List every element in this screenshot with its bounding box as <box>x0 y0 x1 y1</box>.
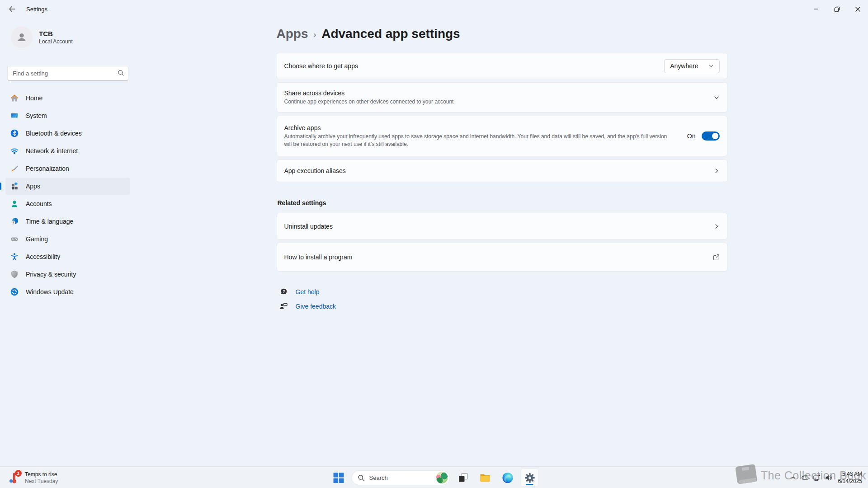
sidebar-item-label: Accounts <box>26 200 52 207</box>
sidebar-item-personalization[interactable]: Personalization <box>5 160 130 177</box>
clock[interactable]: 5:43 AM 6/14/2025 <box>838 470 862 485</box>
row-label: How to install a program <box>284 253 695 261</box>
sidebar-item-windows-update[interactable]: Windows Update <box>5 283 130 300</box>
give-feedback-icon <box>279 302 288 310</box>
row-how-to-install-a-program[interactable]: How to install a program <box>277 243 727 272</box>
volume-button[interactable] <box>823 471 835 484</box>
sidebar-item-label: System <box>26 112 47 119</box>
accounts-icon <box>10 200 19 208</box>
taskbar-search-placeholder: Search <box>369 474 432 481</box>
task-view-button[interactable] <box>454 469 472 487</box>
row-label: App execution aliases <box>284 167 695 174</box>
sidebar-item-accounts[interactable]: Accounts <box>5 195 130 212</box>
row-share-across-devices[interactable]: Share across devices Continue app experi… <box>277 82 727 113</box>
sidebar-nav: Home System Bluetooth & devices Network … <box>0 89 136 300</box>
sidebar-item-time-language[interactable]: Time & language <box>5 213 130 230</box>
tray-time: 5:43 AM <box>838 470 862 478</box>
sidebar-item-home[interactable]: Home <box>5 89 130 107</box>
avatar <box>11 26 33 48</box>
back-button[interactable] <box>4 2 21 16</box>
settings-app-button[interactable] <box>521 469 539 487</box>
cloud-icon <box>801 474 809 482</box>
account-section[interactable]: TCB Local Account <box>11 26 136 48</box>
apps-icon <box>10 182 19 190</box>
sidebar-item-label: Gaming <box>26 235 48 243</box>
breadcrumb-apps[interactable]: Apps <box>277 27 308 41</box>
get-help-row[interactable]: ? Get help <box>279 286 727 297</box>
get-apps-dropdown[interactable]: Anywhere <box>664 59 719 73</box>
taskbar: 2 Temps to rise Next Tuesday Search <box>0 466 868 488</box>
system-tray: 5:43 AM 6/14/2025 <box>788 467 868 488</box>
minimize-button[interactable] <box>806 0 826 18</box>
row-label: Uninstall updates <box>284 223 695 230</box>
sidebar-item-privacy-security[interactable]: Privacy & security <box>5 266 130 283</box>
minimize-icon <box>813 6 819 12</box>
tray-date: 6/14/2025 <box>838 478 862 485</box>
sidebar-item-bluetooth-devices[interactable]: Bluetooth & devices <box>5 125 130 142</box>
close-button[interactable] <box>847 0 868 18</box>
windows-logo-icon <box>333 472 344 483</box>
dropdown-value: Anywhere <box>670 62 698 70</box>
time-language-icon <box>10 217 19 225</box>
sidebar-item-label: Time & language <box>26 218 73 225</box>
restore-icon <box>834 6 840 12</box>
task-view-icon <box>458 472 469 483</box>
active-app-indicator <box>526 484 533 485</box>
sidebar-item-label: Home <box>26 94 42 102</box>
gear-icon <box>524 473 535 483</box>
get-help-icon: ? <box>279 287 288 296</box>
toggle-state-label: On <box>687 132 696 140</box>
sidebar-item-accessibility[interactable]: Accessibility <box>5 248 130 265</box>
start-button[interactable] <box>330 469 348 487</box>
sidebar-item-apps[interactable]: Apps <box>5 178 130 195</box>
onedrive-button[interactable] <box>799 471 811 484</box>
language-input-button[interactable] <box>811 471 823 484</box>
window-controls <box>806 0 868 18</box>
sidebar-item-network-internet[interactable]: Network & internet <box>5 142 130 160</box>
related-settings-heading: Related settings <box>278 199 727 206</box>
person-icon <box>16 31 28 43</box>
row-label: Choose where to get apps <box>284 62 646 70</box>
folder-icon <box>480 472 491 483</box>
back-arrow-icon <box>9 5 16 13</box>
search-icon <box>358 474 365 481</box>
row-label: Share across devices <box>284 89 695 97</box>
weather-widget[interactable]: 2 Temps to rise Next Tuesday <box>4 468 62 487</box>
row-archive-apps: Archive apps Automatically archive your … <box>277 116 727 156</box>
close-icon <box>855 6 861 12</box>
archive-apps-toggle[interactable] <box>702 131 720 141</box>
search-box <box>7 66 128 80</box>
system-icon <box>10 112 19 120</box>
edge-browser-button[interactable] <box>499 469 517 487</box>
chevron-up-icon <box>790 474 797 481</box>
weather-badge: 2 <box>15 470 22 477</box>
file-explorer-button[interactable] <box>476 469 495 487</box>
search-highlight-image[interactable] <box>436 472 448 483</box>
chevron-right-icon <box>713 168 720 174</box>
hidden-icons-button[interactable] <box>788 471 799 484</box>
titlebar: Settings <box>0 0 868 18</box>
taskbar-search[interactable]: Search <box>352 470 450 485</box>
restore-button[interactable] <box>826 0 847 18</box>
shield-icon <box>10 270 19 278</box>
accessibility-icon <box>10 253 19 261</box>
main-panel: Apps › Advanced app settings Choose wher… <box>136 18 868 466</box>
toggle-knob <box>712 133 718 139</box>
get-help-link: Get help <box>296 288 320 296</box>
window-title: Settings <box>26 6 47 13</box>
account-name: TCB <box>39 30 73 38</box>
bluetooth-icon <box>10 129 19 137</box>
sidebar-item-label: Privacy & security <box>26 271 76 278</box>
selected-indicator <box>0 183 1 190</box>
breadcrumb: Apps › Advanced app settings <box>277 27 727 41</box>
account-type: Local Account <box>39 38 73 45</box>
help-section: ? Get help Give feedback <box>277 286 727 312</box>
row-uninstall-updates[interactable]: Uninstall updates <box>277 213 727 239</box>
give-feedback-row[interactable]: Give feedback <box>279 300 727 312</box>
row-app-execution-aliases[interactable]: App execution aliases <box>277 160 727 182</box>
sidebar-item-system[interactable]: System <box>5 107 130 124</box>
row-description: Automatically archive your infrequently … <box>284 133 669 148</box>
input-device-icon <box>813 474 821 482</box>
sidebar-item-gaming[interactable]: Gaming <box>5 230 130 248</box>
search-input[interactable] <box>7 66 128 80</box>
